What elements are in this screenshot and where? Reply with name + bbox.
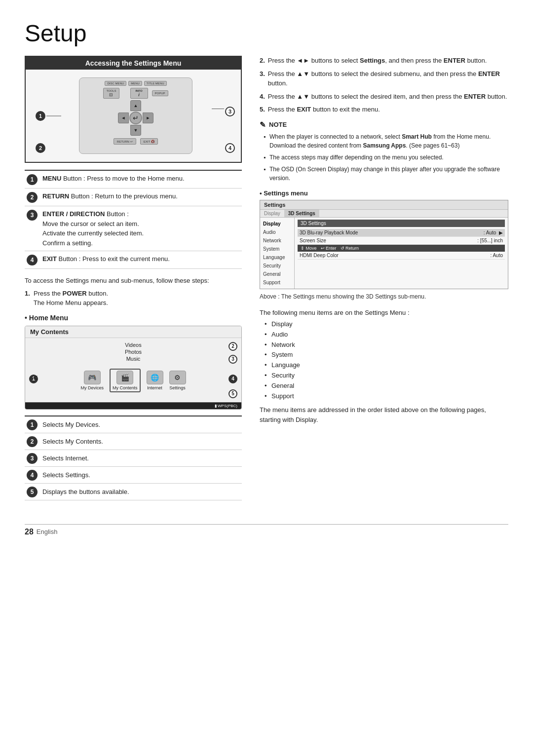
info-btn: INFO i [130,88,148,99]
popup-btn: POPUP [152,90,168,96]
menu-item-audio: Audio [265,330,508,340]
settings-content: Display Audio Network System Language Se… [260,218,508,289]
btn-desc-row-3: 3 ENTER / DIRECTION Button : Move the cu… [25,206,242,251]
button-descriptions: 1 MENU Button : Press to move to the Hom… [25,170,242,269]
sel-text-4: Selects Settings. [42,471,90,479]
row2-value: : [55...] inch [477,238,503,243]
menu-btn: MENU [128,81,142,86]
btn-num-1: 1 [27,174,38,185]
note-title: NOTE [269,121,287,128]
settings-row-1: 3D Blu-ray Playback Mode : Auto ▶ [298,229,505,237]
btn-num-4: 4 [27,255,38,265]
nav-enter: ↩ Enter [321,246,337,251]
menu-item-support: Support [265,391,508,402]
dpad-left: ◄ [118,113,129,123]
home-item-photos: Photos [125,349,142,355]
sel-text-5: Displays the buttons available. [42,488,129,495]
settings-3d-subtitle: 3D Settings [298,220,505,227]
dpad-down: ▼ [130,125,141,136]
menu-item-language: Language [265,360,508,371]
enter-btn: ↵ [129,112,142,124]
footer-page-number: 28 [25,528,34,536]
right-column: 2. Press the ◄► buttons to select Settin… [260,56,508,509]
selection-list: 1 Selects My Devices. 2 Selects My Conte… [25,416,242,500]
callout-4: 4 [225,143,235,153]
home-item-music: Music [126,356,141,362]
home-bottom-icons: 🎮 My Devices 🎬 My Contents 🌐 Internet ⚙ … [30,369,236,392]
btn-desc-row-2: 2 RETURN Button : Return to the previous… [25,189,242,206]
step-5-text: Press the EXIT button to exit the menu. [268,105,380,114]
sidebar-general: General [260,270,294,278]
settings-caption: Above : The Settings menu showing the 3D… [260,292,508,301]
exit-label: EXIT [42,255,57,263]
left-column: Accessing the Settings Menu 1 DISC MENU … [25,56,242,509]
hdmi-value: : Auto [490,253,503,258]
exit-btn: EXIT 🔇 [140,138,158,145]
menu-label: MENU [42,175,61,182]
settings-tab-3d: 3D Settings [284,210,319,217]
sel-row-1: 1 Selects My Devices. [25,416,242,433]
note-box: ✎ NOTE When the player is connected to a… [260,120,508,183]
sel-row-2: 2 Selects My Contents. [25,433,242,450]
note-item-2: The access steps may differ depending on… [264,153,508,162]
btn-desc-row-4: 4 EXIT Button : Press to exit the curren… [25,251,242,269]
my-devices-icon: 🎮 My Devices [80,371,104,390]
step-4-text: Press the ▲▼ buttons to select the desir… [268,92,507,102]
step1-text: 1. Press the POWER button. The Home Menu… [25,289,242,308]
note-list: When the player is connected to a networ… [260,132,508,183]
step-num-4: 4. [260,92,265,102]
note-item-3: The OSD (On Screen Display) may change i… [264,165,508,183]
enter-direction-label: ENTER / DIRECTION [42,210,105,218]
sel-text-3: Selects Internet. [42,454,89,462]
step-num-3: 3. [260,69,265,88]
sidebar-language: Language [260,253,294,262]
settings-box-title: Settings [260,200,508,210]
home-menu-items: Videos Photos Music [125,342,142,362]
sidebar-security: Security [260,262,294,270]
step-num-5: 5. [260,105,265,114]
menu-items-section: The following menu items are on the Sett… [260,308,508,425]
settings-row-hdmi: HDMI Deep Color : Auto [298,252,505,260]
btn-num-2: 2 [27,192,38,203]
accessing-settings-box: Accessing the Settings Menu 1 DISC MENU … [25,56,242,163]
dpad-right: ► [143,113,153,123]
home-callout-2: 2 [228,342,237,351]
menu-items-closing: The menu items are addressed in the orde… [260,405,508,424]
callout-line-3 [212,109,224,109]
dpad: ▲ ▼ ◄ ► ↵ [118,100,153,136]
sidebar-system: System [260,245,294,253]
row2-label: Screen Size [300,238,326,243]
sel-num-1: 1 [27,419,38,430]
note-header: ✎ NOTE [260,120,508,129]
wps-bar: ▮ WPS(PBC) [25,402,241,409]
step-5: 5. Press the EXIT button to exit the men… [260,105,508,114]
footer-language: English [37,528,58,535]
btn-desc-text-4: EXIT Button : Press to exit the current … [42,254,170,264]
internet-icon: 🌐 Internet [147,371,163,390]
callout-1: 1 [36,111,45,121]
sel-num-2: 2 [27,436,38,447]
sel-text-2: Selects My Contents. [42,438,103,445]
sel-row-4: 4 Selects Settings. [25,467,242,484]
step-3: 3. Press the ▲▼ buttons to select the de… [260,69,508,88]
sel-num-3: 3 [27,453,38,464]
home-menu-screenshot: My Contents 2 3 4 1 Videos Photos Music … [25,326,242,410]
hdmi-label: HDMI Deep Color [300,253,339,258]
step-2: 2. Press the ◄► buttons to select Settin… [260,56,508,66]
sidebar-audio: Audio [260,228,294,236]
btn-desc-text-2: RETURN Button : Return to the previous m… [42,191,178,201]
nav-return: ↺ Return [341,246,359,251]
menu-item-general: General [265,381,508,391]
pencil-icon: ✎ [260,120,266,129]
btn-desc-row-1: 1 MENU Button : Press to move to the Hom… [25,171,242,189]
footer: 28 English [25,524,508,536]
sel-row-5: 5 Displays the buttons available. [25,484,242,500]
home-menu-title: My Contents [25,326,241,338]
btn-desc-text-3: ENTER / DIRECTION Button : Move the curs… [42,209,144,248]
settings-main-area: 3D Settings 3D Blu-ray Playback Mode : A… [295,218,508,289]
sel-num-4: 4 [27,470,38,481]
home-menu-content: 2 3 4 1 Videos Photos Music 🎮 My Devices… [25,338,241,402]
title-menu-btn: TITLE MENU [144,81,167,86]
sel-text-1: Selects My Devices. [42,421,100,428]
settings-nav-bar: ⇕ Move ↩ Enter ↺ Return [298,245,505,252]
